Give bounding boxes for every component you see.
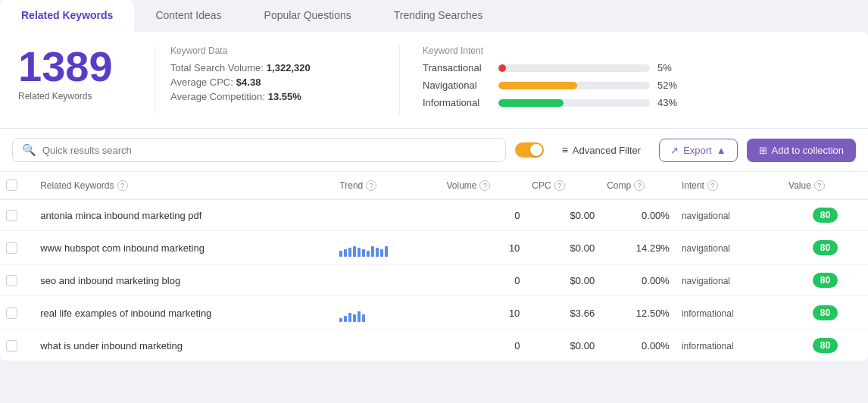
trend-bar [376,248,379,257]
comp-cell: 14.29% [601,231,676,265]
th-value: Value ? [782,172,868,199]
volume-cell: 0 [440,199,526,231]
value-cell: 80 [782,199,868,231]
help-icon-comp[interactable]: ? [634,180,645,191]
keywords-table: Related Keywords ? Trend ? [0,172,868,361]
row-checkbox[interactable] [6,340,17,351]
avg-comp-row: Average Competition: 13.55% [170,91,384,102]
keyword-text: real life examples of inbound marketing [40,308,211,319]
trend-bar [362,249,365,257]
intent-bar [498,82,577,89]
th-intent: Intent ? [676,172,782,199]
value-badge: 80 [813,208,838,223]
keyword-cell: seo and inbound marketing blog [34,265,333,296]
intent-bar [498,99,564,107]
trend-bar [339,318,342,322]
tab-popular-questions[interactable]: Popular Questions [243,0,373,32]
value-badge: 80 [813,338,838,353]
help-icon-keyword[interactable]: ? [117,180,128,191]
value-badge: 80 [813,240,838,255]
th-comp: Comp ? [601,172,676,199]
keyword-text: antonia minca inbound marketing pdf [40,210,201,221]
export-icon: ↗ [670,145,679,156]
table-container: Related Keywords ? Trend ? [0,172,868,361]
trend-bar [358,248,361,257]
intent-text: informational [682,341,734,351]
intent-label: Navigational [423,80,491,91]
row-checkbox[interactable] [6,275,17,286]
trend-bar [348,313,351,322]
help-icon-cpc[interactable]: ? [554,180,565,191]
tab-trending-searches[interactable]: Trending Searches [373,0,504,32]
cpc-cell: $0.00 [526,330,601,361]
keyword-cell: real life examples of inbound marketing [34,296,333,330]
trend-bar [362,314,365,322]
th-trend: Trend ? [333,172,440,199]
total-search-volume-row: Total Search Volume: 1,322,320 [170,62,384,73]
advanced-filter-button[interactable]: ≡ Advanced Filter [553,139,651,161]
keyword-cell: www hubspot com inbound marketing [34,231,333,265]
intent-pct: 43% [657,97,680,108]
intent-cell: navigational [676,231,782,265]
total-search-volume-value: 1,322,320 [267,62,311,73]
trend-bar [367,251,370,257]
search-input[interactable] [42,145,496,156]
volume-cell: 10 [440,231,526,265]
tab-content-ideas[interactable]: Content Ideas [134,0,242,32]
row-checkbox[interactable] [6,308,17,319]
value-cell: 80 [782,231,868,265]
select-all-checkbox[interactable] [6,180,17,191]
row-checkbox[interactable] [6,210,17,221]
th-keyword: Related Keywords ? [34,172,333,199]
advanced-filter-label: Advanced Filter [573,145,641,156]
trend-bar [371,246,374,257]
trend-cell [333,296,440,330]
toggle-circle [530,144,542,156]
toggle-switch[interactable] [515,142,544,158]
add-to-collection-button[interactable]: ⊞ Add to collection [747,139,856,162]
filter-row: 🔍 ≡ Advanced Filter ↗ Export ▲ ⊞ Add to … [0,129,868,172]
collection-icon: ⊞ [759,145,767,156]
main-content: 1389 Related Keywords Keyword Data Total… [0,32,868,361]
intent-row-transactional: Transactional 5% [423,62,850,73]
intent-cell: informational [676,330,782,361]
intent-label: Transactional [423,62,491,73]
intent-pct: 5% [657,62,680,73]
trend-bar [353,246,356,257]
value-cell: 80 [782,265,868,296]
help-icon-value[interactable]: ? [814,180,825,191]
row-checkbox[interactable] [6,242,17,254]
trend-bars [339,239,434,257]
th-check [0,172,34,199]
table-row: real life examples of inbound marketing … [0,296,868,330]
table-body: antonia minca inbound marketing pdf 0 $0… [0,199,868,361]
export-button[interactable]: ↗ Export ▲ [659,139,737,162]
intent-cell: informational [676,296,782,330]
help-icon-volume[interactable]: ? [479,180,490,191]
trend-bar [339,251,342,257]
avg-comp-value: 13.55% [268,91,301,102]
app-container: Related Keywords Content Ideas Popular Q… [0,0,868,361]
trend-bar [380,249,383,257]
value-badge: 80 [813,273,838,288]
tab-related-keywords[interactable]: Related Keywords [0,0,134,32]
table-row: seo and inbound marketing blog 0 $0.00 0… [0,265,868,296]
intent-bar [498,64,506,72]
avg-cpc-value: $4.38 [236,77,261,88]
total-search-volume-label: Total Search Volume: [170,62,264,73]
trend-cell [333,265,440,296]
th-volume: Volume ? [440,172,526,199]
trend-bar [348,248,351,257]
tab-bar: Related Keywords Content Ideas Popular Q… [0,0,868,32]
count-label: Related Keywords [18,91,147,102]
cpc-cell: $0.00 [526,231,601,265]
comp-cell: 0.00% [601,265,676,296]
toggle-container [515,142,544,158]
th-cpc: CPC ? [526,172,601,199]
keyword-text: seo and inbound marketing blog [40,275,180,286]
help-icon-intent[interactable]: ? [707,180,718,191]
search-box[interactable]: 🔍 [12,138,506,162]
comp-cell: 12.50% [601,296,676,330]
help-icon-trend[interactable]: ? [366,180,376,191]
keyword-cell: what is under inbound marketing [34,330,333,361]
